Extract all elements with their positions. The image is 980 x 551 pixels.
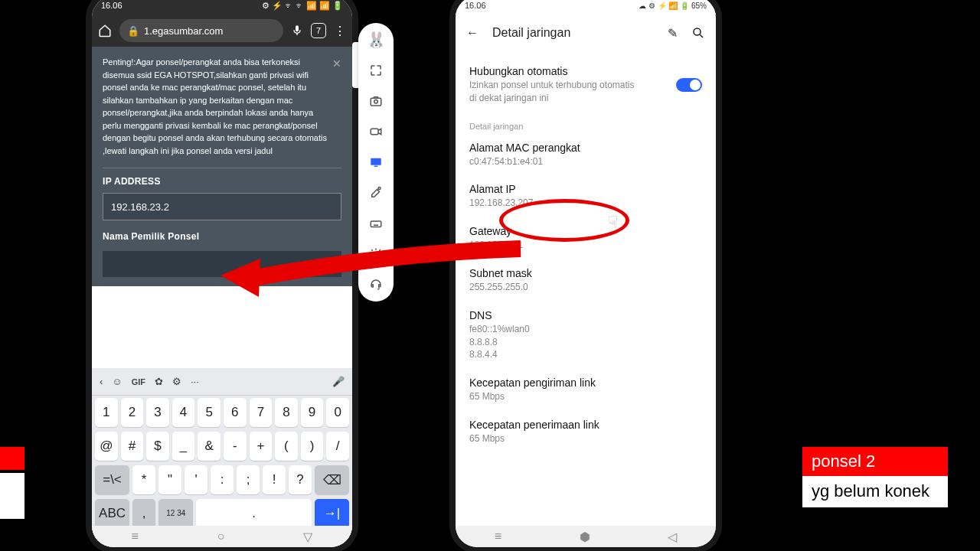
kb-back-icon[interactable]: ‹ <box>100 376 103 387</box>
lock-icon: 🔒 <box>127 25 139 37</box>
nav-recent-icon[interactable]: ≡ <box>131 530 138 543</box>
tab-count[interactable]: 7 <box>311 23 326 38</box>
keyboard-dock-icon[interactable] <box>368 216 384 231</box>
detail-item: Gateway192.168.23.1 <box>469 217 702 259</box>
ip-input[interactable] <box>103 193 341 220</box>
headset-icon[interactable] <box>368 277 384 292</box>
item-label: Subnet mask <box>469 267 702 279</box>
key[interactable]: $ <box>146 432 169 461</box>
url-text: 1.egasumbar.com <box>144 25 223 37</box>
detail-item: Kecepatan pengiriman link65 Mbps <box>469 369 702 411</box>
name-label: Nama Pemilik Ponsel <box>103 231 341 242</box>
key[interactable]: / <box>326 432 349 461</box>
brush-icon[interactable] <box>368 185 384 201</box>
key[interactable]: ' <box>185 465 207 494</box>
key[interactable]: & <box>198 432 220 461</box>
key[interactable]: 8 <box>275 398 298 427</box>
home-icon[interactable] <box>98 24 112 37</box>
svg-rect-3 <box>371 158 381 165</box>
key[interactable]: ! <box>263 465 286 494</box>
key[interactable]: ( <box>275 432 298 461</box>
video-icon[interactable] <box>368 124 384 139</box>
nav-home-icon[interactable]: ○ <box>217 530 225 543</box>
auto-connect-row[interactable]: Hubungkan otomatis Izinkan ponsel untuk … <box>469 57 702 112</box>
key[interactable]: ABC <box>95 499 129 528</box>
key[interactable]: 2 <box>121 398 144 427</box>
key[interactable]: ; <box>237 465 260 494</box>
monitor-icon[interactable] <box>368 155 384 170</box>
item-value: fe80::1%wlan08.8.8.88.8.4.4 <box>469 323 702 361</box>
android-navbar: ≡ ⬢ ◁ <box>456 526 716 547</box>
key[interactable]: ) <box>301 432 324 461</box>
status-time: 16.06 <box>465 1 486 10</box>
browser-toolbar: 🔒 1.egasumbar.com 7 ⋮ <box>92 15 352 47</box>
camera-icon[interactable] <box>368 93 384 109</box>
section-label: Detail jaringan <box>469 122 702 131</box>
key[interactable]: # <box>121 432 144 461</box>
menu-icon[interactable]: ⋮ <box>334 24 346 38</box>
key[interactable]: @ <box>95 432 118 461</box>
status-time: 16.06 <box>101 1 122 10</box>
nav-back-icon[interactable]: ▽ <box>303 530 312 544</box>
key[interactable]: ⌫ <box>315 465 349 494</box>
key[interactable]: 9 <box>301 398 324 427</box>
key[interactable]: 0 <box>326 398 349 427</box>
kb-mic-icon[interactable]: 🎤 <box>332 376 345 387</box>
key[interactable]: : <box>211 465 234 494</box>
nav-recent-icon[interactable]: ≡ <box>495 530 501 543</box>
kb-emoji-icon[interactable]: ☺ <box>112 376 122 387</box>
side-tab-right[interactable] <box>716 73 722 119</box>
key[interactable]: 7 <box>250 398 273 427</box>
detail-item: DNSfe80::1%wlan08.8.8.88.8.4.4 <box>469 302 702 369</box>
detail-item: Alamat MAC perangkatc0:47:54:b1:e4:01 <box>469 134 702 176</box>
phone-2: 16.06 ☁ ⚙ ⚡ 📶 🔋 65% ← Detail jaringan ✎ … <box>456 0 716 547</box>
nav-back-icon[interactable]: ◁ <box>668 530 677 544</box>
key[interactable]: →| <box>315 499 349 528</box>
auto-desc: Izinkan ponsel untuk terhubung otomatis … <box>469 79 638 105</box>
name-input[interactable] <box>103 251 341 277</box>
key[interactable]: 1 <box>95 398 118 427</box>
key[interactable]: 12 34 <box>158 499 193 528</box>
key[interactable]: _ <box>172 432 195 461</box>
nav-home-icon[interactable]: ⬢ <box>580 530 590 544</box>
expand-icon[interactable] <box>368 63 384 78</box>
svg-point-1 <box>374 100 378 104</box>
key[interactable]: ? <box>289 465 312 494</box>
key[interactable]: =\< <box>95 465 129 494</box>
gear-icon[interactable] <box>368 246 384 262</box>
search-icon[interactable] <box>691 26 705 40</box>
decorative-bars <box>0 447 24 519</box>
key[interactable]: * <box>132 465 155 494</box>
key[interactable]: . <box>196 499 311 528</box>
mic-icon[interactable] <box>291 24 303 37</box>
item-value: 65 Mbps <box>469 432 702 445</box>
detail-item: Kecepatan penerimaan link65 Mbps <box>469 411 702 453</box>
key[interactable]: , <box>132 499 155 528</box>
kb-more-icon[interactable]: ··· <box>191 376 199 387</box>
status-bar: 16.06 ☁ ⚙ ⚡ 📶 🔋 65% <box>456 0 716 15</box>
detail-header: ← Detail jaringan ✎ <box>456 15 716 51</box>
url-bar[interactable]: 🔒 1.egasumbar.com <box>119 19 283 42</box>
annotation-label: ponsel 2 yg belum konek <box>802 447 948 507</box>
kb-gif[interactable]: GIF <box>132 377 145 386</box>
key[interactable]: 4 <box>172 398 195 427</box>
key[interactable]: 3 <box>146 398 169 427</box>
label-title: ponsel 2 <box>802 447 948 476</box>
kb-translate-icon[interactable]: ⚙ <box>172 376 181 387</box>
key[interactable]: + <box>250 432 273 461</box>
key[interactable]: 5 <box>198 398 220 427</box>
key[interactable]: " <box>158 465 181 494</box>
keyboard-row-1: 1234567890 <box>92 396 352 429</box>
side-tab-left[interactable] <box>352 42 358 88</box>
key[interactable]: 6 <box>224 398 247 427</box>
kb-settings-icon[interactable]: ✿ <box>155 376 163 387</box>
edit-icon[interactable]: ✎ <box>668 26 678 41</box>
auto-label: Hubungkan otomatis <box>469 65 638 77</box>
key[interactable]: - <box>224 432 247 461</box>
close-icon[interactable]: ✕ <box>332 56 341 72</box>
item-label: Alamat MAC perangkat <box>469 142 702 154</box>
back-icon[interactable]: ← <box>466 26 479 40</box>
detail-body: Hubungkan otomatis Izinkan ponsel untuk … <box>456 51 716 459</box>
mascot-icon[interactable]: 🐰 <box>368 32 384 47</box>
auto-toggle[interactable] <box>676 78 702 92</box>
